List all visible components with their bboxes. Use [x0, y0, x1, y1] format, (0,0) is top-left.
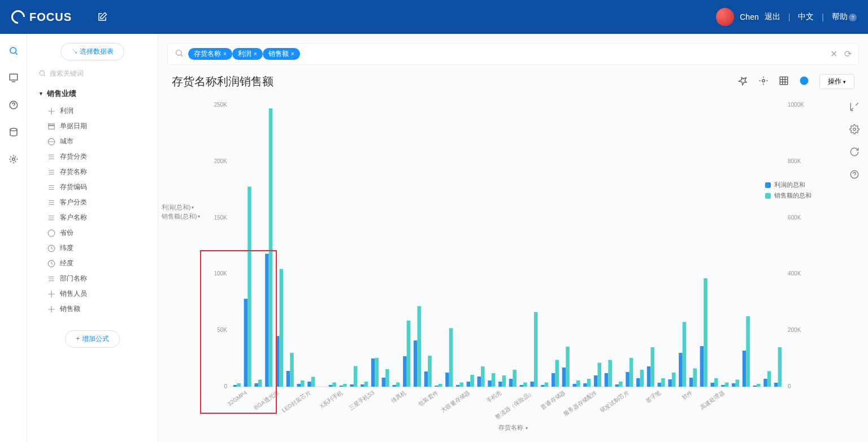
svg-rect-82	[552, 373, 555, 387]
field-icon	[47, 153, 55, 161]
svg-rect-83	[555, 360, 559, 387]
query-bar: 存货名称 ×利润 ×销售额 × ✕ ⟳	[167, 43, 859, 65]
query-pill[interactable]: 销售额 ×	[263, 48, 300, 60]
svg-rect-77	[523, 383, 527, 387]
svg-rect-23	[237, 383, 241, 387]
svg-rect-71	[492, 373, 496, 387]
svg-rect-41	[332, 383, 336, 387]
svg-text:服务器存储配件: 服务器存储配件	[562, 390, 598, 417]
remove-pill-icon[interactable]: ×	[254, 51, 257, 57]
field-item[interactable]: 省份	[45, 225, 151, 240]
svg-rect-98	[636, 378, 640, 387]
svg-rect-46	[361, 384, 364, 387]
page-title: 存货名称利润销售额	[172, 74, 274, 89]
svg-point-4	[12, 158, 15, 161]
avatar[interactable]	[716, 8, 734, 26]
svg-rect-110	[700, 346, 704, 387]
field-item[interactable]: 客户名称	[45, 210, 151, 225]
svg-text:1000K: 1000K	[788, 102, 804, 108]
help-link[interactable]: 帮助?	[832, 12, 857, 22]
operations-button[interactable]: 操作 ▾	[819, 74, 854, 89]
pin-icon[interactable]	[738, 76, 748, 88]
svg-rect-92	[605, 373, 609, 387]
svg-rect-107	[683, 322, 687, 387]
field-icon	[47, 122, 55, 130]
expand-icon[interactable]	[849, 102, 860, 114]
remove-pill-icon[interactable]: ×	[223, 51, 227, 57]
svg-rect-29	[269, 108, 273, 387]
reload-icon[interactable]	[849, 147, 860, 159]
svg-rect-50	[382, 378, 386, 387]
svg-rect-118	[743, 351, 747, 387]
field-item[interactable]: 部门名称	[45, 271, 151, 286]
svg-rect-44	[350, 384, 354, 387]
logo: FOCUS	[11, 10, 72, 24]
field-item[interactable]: 纬度	[45, 240, 151, 256]
svg-rect-74	[509, 379, 513, 387]
query-pill[interactable]: 存货名称 ×	[188, 48, 232, 60]
svg-rect-27	[258, 380, 262, 387]
field-item[interactable]: 单据日期	[45, 119, 151, 134]
rail-help-icon[interactable]	[8, 99, 19, 111]
field-item[interactable]: 存货名称	[45, 164, 151, 180]
rail-data-icon[interactable]	[8, 126, 19, 138]
field-icon	[47, 199, 55, 207]
lang-link[interactable]: 中文	[798, 12, 814, 22]
field-icon	[47, 305, 55, 313]
svg-rect-58	[424, 371, 428, 387]
tree-group-header[interactable]: ▼ 销售业绩	[34, 86, 151, 101]
svg-rect-75	[513, 370, 517, 387]
svg-point-142	[853, 128, 856, 131]
svg-rect-122	[763, 379, 767, 387]
clear-query-icon[interactable]: ✕	[830, 49, 837, 59]
svg-rect-95	[619, 382, 623, 387]
rail-board-icon[interactable]	[8, 72, 19, 84]
field-item[interactable]: 经度	[45, 256, 151, 271]
rail-settings-icon[interactable]	[8, 154, 19, 165]
compose-icon[interactable]	[94, 9, 110, 25]
query-pill[interactable]: 利润 ×	[232, 48, 263, 60]
svg-rect-68	[478, 377, 481, 387]
chart-settings-icon[interactable]	[849, 124, 860, 137]
field-item[interactable]: 销售额	[45, 301, 151, 317]
svg-rect-99	[640, 370, 644, 387]
field-item[interactable]: 存货编码	[45, 180, 151, 195]
svg-text:800K: 800K	[788, 158, 801, 164]
field-item[interactable]: 销售人员	[45, 286, 151, 301]
add-formula-button[interactable]: + 增加公式	[65, 330, 119, 348]
logout-link[interactable]: 退出	[765, 12, 780, 22]
field-item[interactable]: 存货分类	[45, 149, 151, 164]
remove-pill-icon[interactable]: ×	[291, 51, 294, 57]
brand-text: FOCUS	[29, 11, 72, 24]
gear-icon[interactable]	[758, 76, 769, 88]
refresh-query-icon[interactable]: ⟳	[844, 49, 852, 59]
x-axis-label[interactable]: 存货名称 ▾	[498, 423, 527, 432]
info-icon[interactable]	[849, 169, 860, 182]
svg-rect-47	[364, 382, 368, 387]
svg-rect-8	[780, 77, 788, 85]
svg-rect-30	[276, 336, 280, 387]
rail-search-icon[interactable]	[8, 45, 19, 56]
svg-text:研发试制芯片: 研发试制芯片	[599, 390, 630, 414]
sidebar-search-input[interactable]	[50, 69, 146, 77]
user-name[interactable]: Chen	[740, 12, 758, 21]
svg-point-0	[10, 47, 16, 54]
svg-rect-64	[456, 385, 460, 387]
field-icon	[47, 107, 55, 115]
svg-rect-49	[375, 358, 379, 387]
table-icon[interactable]	[779, 76, 789, 88]
svg-rect-102	[658, 383, 662, 387]
svg-rect-55	[407, 321, 411, 387]
svg-rect-54	[403, 356, 407, 387]
svg-rect-87	[576, 380, 580, 387]
field-item[interactable]: 利润	[45, 103, 151, 119]
svg-rect-34	[297, 384, 301, 387]
select-table-button[interactable]: ↘ 选择数据表	[60, 43, 124, 60]
svg-rect-117	[736, 380, 740, 387]
field-item[interactable]: 城市	[45, 134, 151, 149]
svg-rect-89	[587, 379, 591, 387]
sidebar-search[interactable]	[34, 69, 151, 77]
svg-text:三星手机S3: 三星手机S3	[348, 389, 375, 411]
chart-type-icon[interactable]	[799, 76, 809, 88]
field-item[interactable]: 客户分类	[45, 195, 151, 210]
